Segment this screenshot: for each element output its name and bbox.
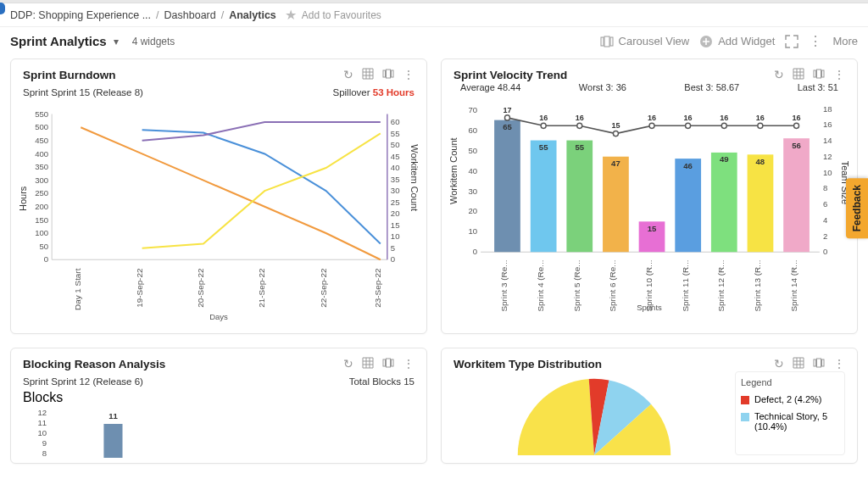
svg-text:22-Sep-22: 22-Sep-22: [319, 269, 328, 308]
refresh-icon[interactable]: ↻: [343, 357, 353, 371]
svg-text:16: 16: [720, 114, 728, 122]
svg-text:16: 16: [539, 114, 548, 122]
svg-rect-119: [103, 424, 122, 458]
svg-text:49: 49: [720, 154, 729, 164]
breadcrumb-leaf[interactable]: Analytics: [229, 9, 276, 21]
y-axis-label: Hours: [18, 187, 28, 211]
legend-swatch: [741, 413, 749, 421]
distribution-legend: Legend Defect, 2 (4.2%) Technical Story,…: [735, 371, 845, 455]
carousel-icon: [600, 35, 614, 48]
grid-icon[interactable]: [362, 357, 374, 371]
kebab-icon[interactable]: ⋮: [833, 68, 845, 82]
svg-rect-6: [392, 70, 394, 77]
svg-text:4: 4: [823, 215, 828, 225]
svg-text:6: 6: [823, 199, 827, 209]
breadcrumb-root[interactable]: DDP: Shopping Experience ...: [10, 9, 151, 21]
svg-text:Sprint 6 (Re...: Sprint 6 (Re...: [609, 260, 618, 312]
svg-text:16: 16: [756, 114, 765, 122]
breadcrumb-mid[interactable]: Dashboard: [164, 9, 216, 21]
svg-text:500: 500: [35, 122, 48, 131]
svg-rect-66: [531, 141, 557, 253]
refresh-icon[interactable]: ↻: [774, 68, 784, 82]
svg-text:20: 20: [469, 206, 478, 215]
grid-icon[interactable]: [362, 68, 374, 82]
carousel-icon[interactable]: [813, 357, 825, 371]
legend-item-defect[interactable]: Defect, 2 (4.2%): [741, 394, 839, 404]
svg-text:Sprint 4 (Re...: Sprint 4 (Re...: [536, 260, 545, 312]
svg-text:15: 15: [648, 224, 657, 233]
svg-text:35: 35: [391, 175, 400, 184]
card-title: Sprint Velocity Trend: [453, 69, 567, 81]
svg-text:14: 14: [823, 136, 832, 145]
feedback-tab[interactable]: Feedback: [846, 178, 868, 238]
more-button[interactable]: More: [832, 35, 858, 47]
carousel-icon[interactable]: [813, 68, 825, 82]
svg-text:300: 300: [35, 175, 48, 185]
velocity-chart: Workitem Count Team Size 0 10 20 30 40 5…: [453, 96, 845, 312]
add-favourites-label[interactable]: Add to Favourites: [302, 9, 381, 21]
svg-rect-74: [675, 159, 701, 252]
svg-point-84: [541, 123, 546, 128]
breadcrumb: DDP: Shopping Experience ... / Dashboard…: [0, 3, 868, 27]
velocity-worst: Worst 3: 36: [579, 82, 626, 92]
grid-icon[interactable]: [793, 357, 804, 371]
svg-rect-2: [610, 37, 613, 46]
chevron-down-icon[interactable]: ▾: [114, 36, 119, 47]
kebab-icon[interactable]: ⋮: [833, 357, 845, 371]
svg-text:65: 65: [503, 122, 512, 131]
velocity-avg: Average 48.44: [460, 82, 520, 92]
svg-text:Sprint 5 (Re...: Sprint 5 (Re...: [572, 260, 581, 312]
svg-rect-111: [387, 359, 391, 367]
legend-label: Defect, 2 (4.2%): [754, 394, 821, 404]
refresh-icon[interactable]: ↻: [774, 357, 784, 371]
svg-text:40: 40: [469, 165, 478, 175]
distribution-chart: [453, 371, 735, 455]
plus-circle-icon: [699, 35, 713, 48]
legend-item-tech[interactable]: Technical Story, 5 (10.4%): [741, 411, 839, 432]
grid-icon[interactable]: [793, 68, 804, 82]
svg-text:30: 30: [469, 186, 478, 195]
kebab-icon[interactable]: ⋮: [809, 35, 822, 48]
svg-rect-70: [603, 157, 629, 253]
kebab-icon[interactable]: ⋮: [403, 357, 415, 371]
sprint-velocity-card: Sprint Velocity Trend ↻ ⋮ Average 48.44 …: [441, 58, 858, 334]
page-controls: Sprint Analytics ▾ 4 widgets Carousel Vi…: [0, 27, 868, 55]
svg-text:0: 0: [823, 247, 828, 256]
svg-rect-5: [387, 70, 391, 78]
svg-text:400: 400: [35, 148, 48, 158]
add-widget-button[interactable]: Add Widget: [699, 35, 775, 48]
legend-label: Technical Story, 5 (10.4%): [754, 411, 839, 432]
burndown-subtitle: Sprint Sprint 15 (Release 8): [23, 87, 143, 97]
svg-point-94: [721, 123, 726, 128]
svg-text:23-Sep-22: 23-Sep-22: [373, 269, 382, 308]
breadcrumb-sep: /: [221, 9, 224, 21]
svg-point-82: [504, 115, 509, 120]
svg-text:48: 48: [756, 157, 765, 166]
svg-text:50: 50: [391, 140, 400, 149]
svg-text:11: 11: [108, 411, 118, 421]
carousel-view-button[interactable]: Carousel View: [600, 35, 690, 48]
legend-title: Legend: [741, 377, 839, 387]
svg-text:10: 10: [38, 428, 47, 437]
svg-rect-78: [748, 154, 774, 252]
svg-point-88: [613, 131, 618, 136]
svg-text:5: 5: [391, 243, 395, 253]
velocity-best: Best 3: 58.67: [684, 82, 739, 92]
refresh-icon[interactable]: ↻: [343, 68, 353, 82]
carousel-icon[interactable]: [382, 68, 394, 82]
svg-point-96: [758, 123, 763, 128]
star-icon[interactable]: ★: [285, 7, 297, 23]
carousel-icon[interactable]: [382, 357, 394, 371]
svg-text:9: 9: [42, 438, 47, 448]
svg-text:250: 250: [35, 188, 48, 198]
svg-text:12: 12: [38, 408, 47, 417]
kebab-icon[interactable]: ⋮: [403, 68, 415, 82]
svg-text:Day 1 Start: Day 1 Start: [73, 268, 82, 310]
svg-text:0: 0: [473, 247, 478, 256]
svg-rect-0: [601, 37, 604, 46]
expand-icon[interactable]: [785, 35, 798, 48]
svg-text:350: 350: [35, 162, 48, 171]
svg-text:Sprint 13 (R...: Sprint 13 (R...: [753, 260, 762, 312]
svg-text:16: 16: [793, 114, 801, 122]
y-axis-label: Workitem Count: [448, 137, 459, 204]
